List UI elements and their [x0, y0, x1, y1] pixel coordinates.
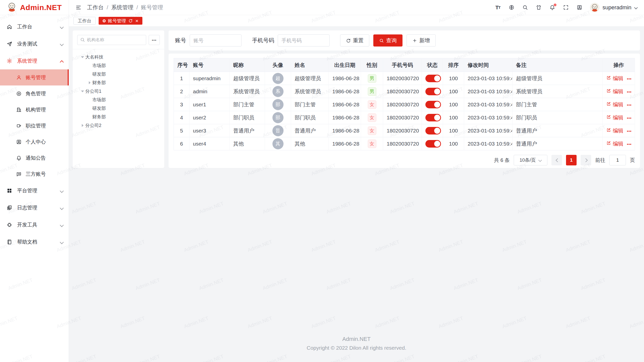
more-actions-button[interactable]: •••: [627, 90, 632, 94]
phone-input[interactable]: [278, 34, 330, 47]
reset-button[interactable]: 重置: [340, 34, 369, 47]
more-actions-button[interactable]: •••: [627, 142, 632, 146]
tree-node[interactable]: 市场部: [75, 61, 162, 70]
tree-node[interactable]: 大名科技: [75, 53, 162, 61]
cell-modified: 2023-01-03 10:59:44: [464, 124, 512, 137]
org-search-input[interactable]: [77, 35, 146, 45]
cell-name: 部门主管: [291, 98, 329, 111]
status-toggle[interactable]: [425, 114, 441, 121]
sidebar-item-third-party-account[interactable]: 三方账号: [0, 166, 69, 182]
cell-status: [422, 85, 443, 98]
caret-right-icon[interactable]: [80, 124, 85, 127]
page-size-select[interactable]: 10条/页: [514, 155, 547, 165]
role-icon: [16, 91, 22, 96]
tree-node[interactable]: 分公司2: [75, 121, 162, 130]
org-tree-panel: ••• 大名科技市场部研发部财务部分公司1市场部研发部财务部分公司2: [73, 30, 164, 168]
page-number-current[interactable]: 1: [566, 155, 577, 165]
avatar: 部: [272, 99, 284, 110]
edit-button[interactable]: 编辑: [606, 75, 623, 82]
caret-down-icon[interactable]: [80, 55, 85, 59]
more-actions-button[interactable]: •••: [627, 77, 632, 81]
close-icon[interactable]: ×: [135, 18, 138, 23]
more-actions-button[interactable]: •••: [627, 103, 632, 107]
status-toggle[interactable]: [425, 140, 441, 148]
font-size-icon[interactable]: TT: [495, 5, 501, 11]
account-label: 账号: [175, 37, 186, 44]
goto-page-input[interactable]: [609, 155, 626, 165]
refresh-icon[interactable]: [128, 19, 133, 23]
tree-node-label: 研发部: [92, 71, 106, 77]
notification-icon[interactable]: [549, 5, 555, 11]
edit-button[interactable]: 编辑: [606, 127, 623, 134]
caret-placeholder: [87, 64, 92, 67]
tab-account-management[interactable]: 账号管理 ×: [99, 17, 142, 25]
cell-remark: 超级管理员: [512, 72, 603, 85]
avatar: 普: [272, 125, 284, 136]
sidebar-item-help-docs[interactable]: 帮助文档: [0, 233, 69, 250]
tab-workbench[interactable]: 工作台: [73, 17, 96, 25]
next-page-button[interactable]: [581, 155, 591, 165]
cell-order: 100: [443, 85, 464, 98]
edit-button[interactable]: 编辑: [606, 114, 623, 121]
caret-down-icon[interactable]: [80, 89, 85, 93]
sidebar-item-system-management[interactable]: 系统管理: [0, 52, 69, 69]
sidebar-item-org-management[interactable]: 机构管理: [0, 102, 69, 118]
more-actions-button[interactable]: •••: [627, 116, 632, 120]
sidebar-item-log-management[interactable]: 日志管理: [0, 199, 69, 216]
breadcrumb-item[interactable]: 系统管理: [111, 4, 133, 11]
cell-gender: 女: [361, 137, 383, 150]
breadcrumb-item[interactable]: 工作台: [87, 4, 104, 11]
cell-birthday: 1986-06-28: [329, 85, 361, 98]
cell-index: 5: [174, 124, 189, 137]
query-button[interactable]: 查询: [373, 34, 403, 47]
add-button[interactable]: 新增: [407, 34, 436, 47]
more-actions-button[interactable]: •••: [627, 129, 632, 133]
collapse-menu-icon[interactable]: [75, 5, 82, 11]
app-logo[interactable]: Admin.NET: [0, 0, 69, 15]
profile-icon[interactable]: [576, 5, 582, 11]
status-toggle[interactable]: [425, 127, 441, 134]
account-input[interactable]: [190, 34, 242, 47]
tree-node[interactable]: 市场部: [75, 96, 162, 104]
sidebar-item-workbench[interactable]: 工作台: [0, 18, 69, 35]
chevron-down-icon: [60, 206, 63, 209]
cell-remark: 普通用户: [512, 124, 603, 137]
search-icon[interactable]: [522, 5, 528, 11]
status-toggle[interactable]: [425, 101, 441, 108]
theme-icon[interactable]: [536, 5, 542, 11]
tree-node[interactable]: 研发部: [75, 104, 162, 113]
sidebar-item-platform-management[interactable]: 平台管理: [0, 182, 69, 199]
page-unit: 页: [630, 157, 635, 164]
tree-node[interactable]: 财务部: [75, 113, 162, 121]
tree-node[interactable]: 研发部: [75, 70, 162, 78]
user-avatar[interactable]: [590, 3, 599, 12]
org-more-button[interactable]: •••: [149, 35, 160, 45]
edit-button[interactable]: 编辑: [606, 140, 623, 147]
prev-page-button[interactable]: [551, 155, 562, 165]
cell-status: [422, 137, 443, 150]
sidebar-item-position-management[interactable]: 职位管理: [0, 118, 69, 134]
caret-right-icon[interactable]: [87, 81, 92, 84]
sidebar-item-role-management[interactable]: 角色管理: [0, 85, 69, 102]
status-toggle[interactable]: [425, 75, 441, 82]
sidebar-item-label: 职位管理: [26, 122, 46, 129]
status-toggle[interactable]: [425, 88, 441, 95]
tree-node[interactable]: 分公司1: [75, 87, 162, 96]
edit-button[interactable]: 编辑: [606, 88, 623, 95]
sidebar-item-account-management[interactable]: 账号管理: [0, 69, 69, 85]
fullscreen-icon[interactable]: [563, 5, 569, 11]
language-icon[interactable]: [508, 5, 514, 11]
edit-button[interactable]: 编辑: [606, 101, 623, 108]
cell-account: user3: [189, 124, 230, 137]
position-icon: [16, 123, 22, 128]
cell-name: 系统管理员: [291, 85, 329, 98]
edit-icon: [606, 88, 611, 95]
tree-node[interactable]: 财务部: [75, 78, 162, 87]
sidebar-item-personal-center[interactable]: 个人中心: [0, 134, 69, 150]
sidebar-item-notice-announcement[interactable]: 通知公告: [0, 150, 69, 166]
sidebar-item-dev-tools[interactable]: 开发工具: [0, 216, 69, 233]
user-menu[interactable]: superadmin: [590, 3, 637, 12]
cell-modified: 2023-01-03 10:59:44: [464, 85, 512, 98]
sidebar-item-business-test[interactable]: 业务测试: [0, 35, 69, 52]
notification-badge: [554, 4, 556, 6]
